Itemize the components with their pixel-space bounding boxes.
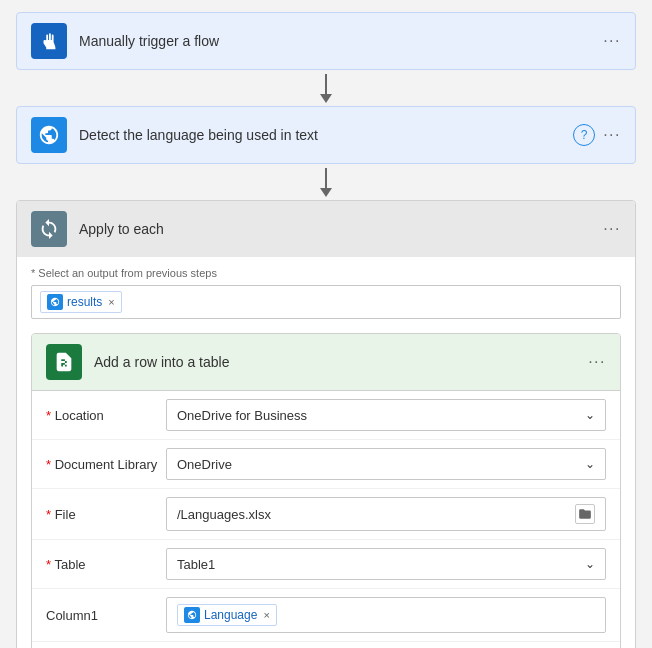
trigger-icon bbox=[31, 23, 67, 59]
apply-each-icon bbox=[31, 211, 67, 247]
language-tag-icon bbox=[184, 607, 200, 623]
detect-more-button[interactable]: ··· bbox=[603, 126, 621, 144]
arrow-1 bbox=[320, 70, 332, 106]
file-input[interactable]: /Languages.xlsx bbox=[166, 497, 606, 531]
select-output-input[interactable]: results × bbox=[31, 285, 621, 319]
results-tag: results × bbox=[40, 291, 122, 313]
table-chevron: ⌄ bbox=[585, 557, 595, 571]
apply-each-more-button[interactable]: ··· bbox=[603, 220, 621, 238]
language-tag-label: Language bbox=[204, 608, 257, 622]
results-tag-label: results bbox=[67, 295, 102, 309]
help-button[interactable]: ? bbox=[573, 124, 595, 146]
doc-library-select[interactable]: OneDrive ⌄ bbox=[166, 448, 606, 480]
location-label: * Location bbox=[46, 408, 166, 423]
table-row: * Table Table1 ⌄ bbox=[32, 540, 620, 589]
trigger-title: Manually trigger a flow bbox=[79, 33, 603, 49]
doc-library-value: OneDrive bbox=[177, 457, 232, 472]
doc-library-label: * Document Library bbox=[46, 457, 166, 472]
trigger-card: Manually trigger a flow ··· bbox=[16, 12, 636, 70]
excel-icon bbox=[46, 344, 82, 380]
select-output-label: * Select an output from previous steps bbox=[31, 267, 621, 279]
column1-input[interactable]: Language × bbox=[166, 597, 606, 633]
apply-each-header: Apply to each ··· bbox=[17, 201, 635, 257]
hand-icon bbox=[38, 30, 60, 52]
file-value: /Languages.xlsx bbox=[177, 507, 271, 522]
table-select[interactable]: Table1 ⌄ bbox=[166, 548, 606, 580]
detect-title: Detect the language being used in text bbox=[79, 127, 573, 143]
file-browse-icon[interactable] bbox=[575, 504, 595, 524]
location-chevron: ⌄ bbox=[585, 408, 595, 422]
location-row: * Location OneDrive for Business ⌄ bbox=[32, 391, 620, 440]
file-label: * File bbox=[46, 507, 166, 522]
apply-each-title: Apply to each bbox=[79, 221, 603, 237]
apply-each-body: * Select an output from previous steps r… bbox=[17, 257, 635, 648]
add-row-card: Add a row into a table ··· * Location On… bbox=[31, 333, 621, 648]
apply-each-container: Apply to each ··· * Select an output fro… bbox=[16, 200, 636, 648]
language-icon bbox=[38, 124, 60, 146]
trigger-more-button[interactable]: ··· bbox=[603, 32, 621, 50]
add-row-more-button[interactable]: ··· bbox=[588, 353, 606, 371]
loop-icon bbox=[38, 218, 60, 240]
column1-row: Column1 Language × bbox=[32, 589, 620, 642]
table-label: * Table bbox=[46, 557, 166, 572]
language-tag: Language × bbox=[177, 604, 277, 626]
column1-label: Column1 bbox=[46, 608, 166, 623]
arrow-2 bbox=[320, 164, 332, 200]
detect-card: Detect the language being used in text ?… bbox=[16, 106, 636, 164]
location-value: OneDrive for Business bbox=[177, 408, 307, 423]
file-row: * File /Languages.xlsx bbox=[32, 489, 620, 540]
language-tag-close[interactable]: × bbox=[263, 609, 269, 621]
detect-icon bbox=[31, 117, 67, 153]
doc-library-row: * Document Library OneDrive ⌄ bbox=[32, 440, 620, 489]
results-tag-icon bbox=[47, 294, 63, 310]
add-row-header: Add a row into a table ··· bbox=[32, 334, 620, 391]
column2-row: Column2 Confidence sco... × bbox=[32, 642, 620, 648]
add-row-body: * Location OneDrive for Business ⌄ * Doc… bbox=[32, 391, 620, 648]
doc-library-chevron: ⌄ bbox=[585, 457, 595, 471]
add-row-title: Add a row into a table bbox=[94, 354, 588, 370]
table-value: Table1 bbox=[177, 557, 215, 572]
location-select[interactable]: OneDrive for Business ⌄ bbox=[166, 399, 606, 431]
results-tag-close[interactable]: × bbox=[108, 296, 114, 308]
